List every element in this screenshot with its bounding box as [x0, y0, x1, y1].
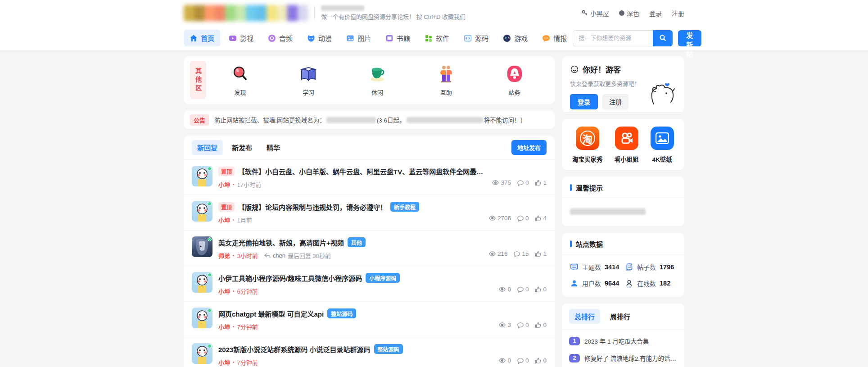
code-icon: [464, 34, 472, 42]
tab-new-replies[interactable]: 新回复: [192, 140, 223, 155]
tab-featured[interactable]: 精华: [261, 140, 285, 155]
nav-item-movies[interactable]: 影视: [223, 30, 259, 46]
open-book-icon: [298, 64, 319, 84]
search-button[interactable]: [653, 30, 673, 46]
announcement-text: 防止网站被拦截、被墙,网站更换域名为： (3.6日起， 将不能访问！）: [214, 115, 526, 124]
dark-mode-icon: [619, 10, 624, 16]
shortcut-wallpaper[interactable]: 4K壁纸: [651, 127, 674, 163]
tips-panel: 温馨提示: [562, 177, 684, 226]
dark-mode-toggle[interactable]: 深色: [619, 9, 639, 18]
login-link[interactable]: 登录: [649, 9, 662, 18]
post-author[interactable]: 师弟: [218, 251, 230, 260]
nav-item-intel[interactable]: 情报: [536, 30, 573, 46]
like-count: 1: [535, 250, 547, 257]
nav-item-books[interactable]: 书籍: [380, 30, 416, 46]
zone-item-study[interactable]: 学习: [298, 64, 319, 96]
reply-user[interactable]: chen: [273, 252, 285, 259]
thumbs-up-icon: [535, 286, 541, 293]
comment-icon: [517, 286, 524, 293]
comment-count: 0: [517, 179, 529, 186]
post-time: 6分钟前: [237, 287, 258, 295]
comment-count: 0: [517, 286, 529, 293]
zone-item-discover[interactable]: 发现: [230, 64, 250, 96]
new-post-button[interactable]: 发新帖: [678, 30, 701, 46]
nav-item-games[interactable]: 游戏: [497, 30, 533, 46]
avatar[interactable]: [192, 236, 212, 257]
announcement-bar[interactable]: 公告 防止网站被拦截、被墙,网站更换域名为： (3.6日起， 将不能访问！）: [184, 111, 555, 129]
post-row[interactable]: 小伊工具箱小程序源码/趣味工具微信小程序源码 小程序源码 小坤 • 6分钟前 0: [184, 266, 555, 302]
post-author[interactable]: 小坤: [218, 287, 230, 295]
nav-item-software[interactable]: 软件: [419, 30, 455, 46]
header-divider: [314, 6, 315, 20]
post-title[interactable]: 【版规】论坛内容限制与违规处罚，请务必遵守！: [238, 202, 387, 212]
blacklist-link[interactable]: 小黑屋: [581, 9, 609, 18]
nav-item-anime[interactable]: 动漫: [301, 30, 338, 46]
post-author[interactable]: 小坤: [218, 322, 230, 331]
avatar[interactable]: [192, 166, 212, 186]
post-tag[interactable]: 整站源码: [327, 308, 356, 318]
comment-icon: [517, 358, 524, 364]
tab-new-posts[interactable]: 新发布: [226, 140, 258, 155]
posts-icon: [625, 263, 633, 272]
view-count: 216: [489, 250, 508, 257]
zone-item-site-affairs[interactable]: 站务: [505, 64, 524, 96]
register-link[interactable]: 注册: [672, 9, 684, 18]
avatar[interactable]: [192, 308, 212, 328]
ranking-panel: 总排行 周排行 1 2023 年 1 月吃瓜大合集 2 修复好了 流浪地球2.有…: [562, 304, 684, 367]
rank-item[interactable]: 1 2023 年 1 月吃瓜大合集: [569, 332, 677, 349]
online-indicator: [208, 344, 212, 348]
post-tag[interactable]: 新手教程: [390, 202, 419, 212]
post-title[interactable]: 【软件】小白云盘、小白羊版、蜗牛云盘、阿里云盘TV、蓝云等网盘软件全网最新可用版: [238, 167, 486, 176]
thumbs-up-icon: [535, 322, 541, 328]
last-reply-info: chen 最后回复 38秒前: [264, 251, 331, 260]
avatar[interactable]: [192, 343, 212, 364]
anime-face-icon: [307, 34, 315, 42]
nav-item-sourcecode[interactable]: 源码: [458, 30, 494, 46]
online-indicator: [208, 202, 212, 206]
tab-weekly-ranking[interactable]: 周排行: [605, 309, 636, 324]
nav-item-images[interactable]: 图片: [340, 30, 377, 46]
pinned-badge: 置顶: [218, 167, 235, 176]
post-row[interactable]: 置顶 【软件】小白云盘、小白羊版、蜗牛云盘、阿里云盘TV、蓝云等网盘软件全网最新…: [184, 160, 555, 195]
online-indicator: [208, 237, 212, 241]
avatar[interactable]: [192, 272, 212, 293]
zone-item-mutual-help[interactable]: 互助: [436, 64, 457, 96]
nav-item-audio[interactable]: 音频: [262, 30, 298, 46]
address-publish-button[interactable]: 地址发布: [511, 140, 547, 155]
post-tag[interactable]: 整站源码: [374, 344, 403, 354]
post-title[interactable]: 网页chatgpt 最新模型 可自定义api: [218, 309, 324, 318]
post-author[interactable]: 小坤: [218, 180, 230, 189]
post-tag[interactable]: 其他: [348, 237, 366, 247]
app-shortcuts-panel: 淘 淘宝买家秀 看小姐姐 4K壁纸: [562, 119, 684, 170]
post-title[interactable]: 小伊工具箱小程序源码/趣味工具微信小程序源码: [218, 273, 362, 283]
rank-item[interactable]: 2 修复好了 流浪地球2.有能力的话就去: [569, 349, 677, 367]
post-row[interactable]: 2023新版小说泛站群系统源码 小说泛目录站群源码 整站源码 小坤 • 7分钟前…: [184, 337, 555, 367]
post-title[interactable]: 美女走光偷拍地铁、新娘，高清图片+视频: [218, 238, 344, 247]
register-button[interactable]: 注册: [602, 94, 628, 109]
search-input[interactable]: [573, 30, 653, 46]
login-button[interactable]: 登录: [570, 94, 598, 109]
kuaishou-icon: [615, 127, 638, 150]
tab-total-ranking[interactable]: 总排行: [569, 309, 600, 324]
post-author[interactable]: 小坤: [218, 216, 230, 224]
post-row[interactable]: 美女走光偷拍地铁、新娘，高清图片+视频 其他 师弟 • 3小时前 chen 最后…: [184, 231, 555, 266]
nav-item-home[interactable]: 首页: [184, 30, 220, 46]
shortcut-girls[interactable]: 看小姐姐: [615, 127, 639, 163]
view-count: 0: [499, 357, 511, 364]
zone-item-leisure[interactable]: 休闲: [367, 64, 388, 96]
site-logo[interactable]: [184, 5, 308, 21]
post-title[interactable]: 2023新版小说泛站群系统源码 小说泛目录站群源码: [218, 344, 371, 354]
key-icon: [581, 9, 588, 16]
book-icon: [385, 34, 393, 42]
comment-count: 0: [517, 357, 529, 364]
post-row[interactable]: 置顶 【版规】论坛内容限制与违规处罚，请务必遵守！ 新手教程 小坤 • 1月前 …: [184, 195, 555, 231]
post-row[interactable]: 网页chatgpt 最新模型 可自定义api 整站源码 小坤 • 7分钟前 3: [184, 302, 555, 337]
stat-online: 在线数182: [625, 279, 676, 288]
eye-icon: [489, 215, 496, 222]
post-author[interactable]: 小坤: [218, 358, 230, 367]
eye-icon: [499, 286, 506, 293]
post-tag[interactable]: 小程序源码: [366, 273, 400, 283]
shortcut-taobao[interactable]: 淘 淘宝买家秀: [572, 127, 603, 163]
people-icon: [436, 64, 457, 84]
avatar[interactable]: [192, 201, 212, 222]
